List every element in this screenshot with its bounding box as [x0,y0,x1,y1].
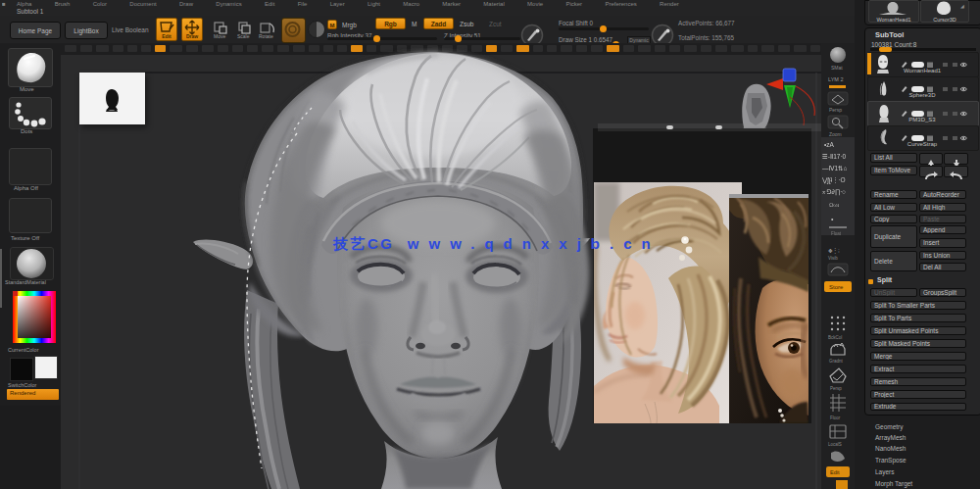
svg-text:BckCol: BckCol [828,335,842,340]
svg-text:⌅⅁∂∏⋅○: ⌅⅁∂∏⋅○ [821,188,846,196]
svg-text:LocalS: LocalS [828,442,842,447]
svg-text:Persp: Persp [830,386,842,391]
svg-text:⋁ʃʅʇ⋮⋅O: ⋁ʃʅʇ⋮⋅O [821,176,846,184]
svg-text:Floor: Floor [830,416,841,420]
svg-text:SMat: SMat [831,65,843,71]
svg-text:✥︙⁝: ✥︙⁝ [828,248,840,254]
svg-text:―Ⅳ1⇅⌂: ―Ⅳ1⇅⌂ [822,165,848,171]
svg-text:Persp: Persp [829,107,842,113]
svg-text:Store: Store [829,284,844,290]
svg-text:Float: Float [831,231,842,236]
svg-text:Zoom: Zoom [829,131,842,137]
svg-text:Gradnt: Gradnt [829,359,844,364]
svg-text:☰-Ⅱ17⋅0: ☰-Ⅱ17⋅0 [822,153,846,160]
svg-text:•zA: •zA [824,141,835,148]
svg-text:Edit: Edit [830,469,840,475]
svg-text:Ωωɹ: Ωωɹ [829,202,840,208]
svg-text:LYM 2: LYM 2 [828,76,844,82]
svg-text:Visib: Visib [828,256,838,261]
